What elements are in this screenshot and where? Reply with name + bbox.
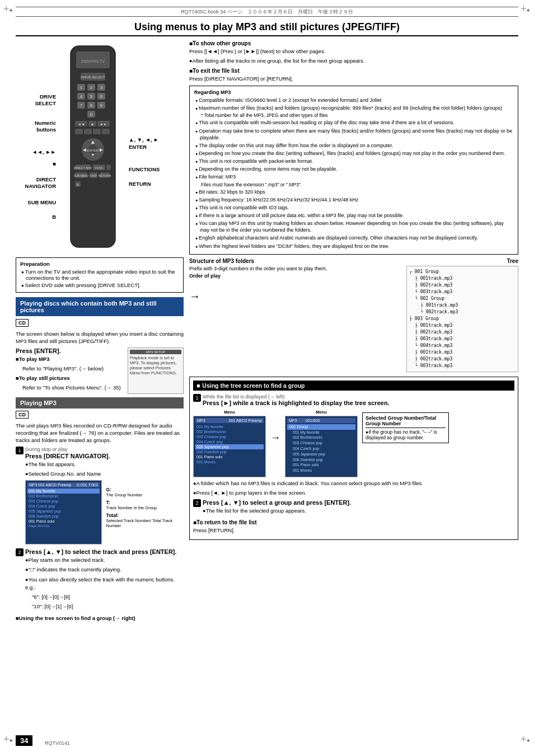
svg-text:DVD/VHS TV: DVD/VHS TV: [81, 59, 105, 63]
ts-r9: 001 Moves: [287, 468, 355, 473]
rb-4: Operation may take time to complete when…: [194, 128, 513, 141]
step1-num: 1: [16, 447, 24, 454]
mp3-structure-text: Structure of MP3 folders Prefix with 3-d…: [189, 258, 402, 372]
ns2-r4: 004 Czech pop: [195, 439, 264, 444]
corner-mark-tl: +: [3, 3, 13, 13]
g-desc: The Group Number: [106, 492, 184, 497]
rb-8: Depending on the recording, some items m…: [194, 166, 513, 172]
corner-mark-br: +: [521, 734, 531, 744]
step2-note-3: "6": [0]→[0]→[6]: [25, 593, 184, 600]
svg-text:RETURN: RETURN: [99, 174, 111, 177]
rb-ext: Files must have the extension ".mp3" or …: [194, 182, 513, 187]
rb-1: Maximum number of files (tracks) and fol…: [194, 105, 513, 111]
to-play-still-title: ■To play still pictures: [16, 374, 124, 382]
ts-r2: 001 My favorite: [287, 430, 355, 435]
svg-rect-32: [84, 129, 92, 134]
screens-arrow: →: [270, 410, 280, 444]
remote-control-image: DVD/VHS TV DRIVE SELECT 1 2 3 4 5: [59, 40, 127, 253]
step2-num: 2: [16, 548, 24, 556]
step2-note-4: "10": [0]→[1]→[0]: [25, 603, 184, 610]
total-desc: Selected Track Number/ Total Track Numbe…: [106, 518, 184, 528]
ts-r3: 002 Brothersonic: [287, 435, 355, 440]
ns-row-4: 004 Czech pop: [27, 504, 100, 509]
using-tree-left: ■Using the tree screen to find a group (…: [16, 614, 184, 622]
return-label: RETURN: [129, 181, 171, 187]
ts-r5: 004 Czech pop: [287, 446, 355, 452]
step2-press: Press [▲, ▼] to select the track and pre…: [25, 548, 184, 555]
corner-mark-tr: +: [521, 3, 531, 13]
ns-row-6: 006 Swedish pop: [27, 514, 100, 519]
step2-note-1: ●"□" indicates the track currently playi…: [25, 566, 184, 574]
svg-text:SUB MENU: SUB MENU: [74, 174, 89, 177]
rb-17: When the highest level folders are "DCIM…: [194, 243, 513, 250]
svg-text:◄: ◄: [82, 147, 87, 153]
svg-text:9: 9: [100, 103, 103, 108]
ns-row-3: 003 Chinese pop: [27, 499, 100, 504]
svg-text:6: 6: [100, 94, 103, 99]
rb-3: This unit is compatible with multi-sessi…: [194, 119, 513, 126]
ns2-r6: 006 Swedish pop: [195, 449, 264, 454]
arrows-label: ◄◄, ►►: [16, 149, 56, 156]
rb-6: Depending on how you create the disc (wr…: [194, 150, 513, 157]
rb-16: English alphabetical characters and Arab…: [194, 234, 513, 241]
to-return-section: ■To return to the file list Press [RETUR…: [193, 519, 514, 534]
playing-discs-content: CD The screen shown below is displayed w…: [16, 319, 184, 394]
regarding-mp3-box: Regarding MP3 Compatible formats: ISO966…: [189, 86, 518, 255]
rb-14: If there is a large amount of still pict…: [194, 212, 513, 219]
step1-note1: ●The file list appears.: [25, 461, 184, 468]
structure-title: Structure of MP3 folders: [189, 258, 402, 264]
svg-text:4: 4: [80, 94, 83, 99]
playing-discs-section-title: Playing discs which contain both MP3 and…: [16, 297, 184, 316]
content-area: DRIVE SELECT Numeric buttons ◄◄, ►► ■ DI…: [16, 40, 518, 740]
step2-row: 2 Press [▲, ▼] to select the track and p…: [16, 548, 184, 613]
tree-note-2: ●Press [◄, ►] to jump layers in the tree…: [193, 489, 514, 497]
using-tree-title-text: Using the tree screen to find a group: [202, 382, 305, 389]
playing-mp3-title: Playing MP3: [16, 397, 184, 408]
to-exit-title: ■To exit the file list: [189, 68, 518, 74]
tree-step1-condition: While the file list is displayed (→ left…: [203, 394, 514, 400]
step1-row: 1 During stop or play Press [DIRECT NAVI…: [16, 447, 184, 547]
svg-rect-31: [75, 129, 83, 134]
to-show-groups: ■To show other groups Press [|◄◄] (Prev.…: [189, 40, 518, 65]
ns-header-2: MP3001 ABCD Preamp: [195, 418, 264, 423]
tree-step2-press: Press [▲, ▼] to select a group and press…: [203, 499, 514, 506]
to-exit-body: Press [DIRECT NAVIGATOR] or [RETURN].: [189, 75, 518, 82]
tree-step2: 2 Press [▲, ▼] to select a group and pre…: [193, 499, 514, 517]
playing-discs-body: The screen shown below is displayed when…: [16, 330, 184, 345]
functions-label: FUNCTIONS: [129, 166, 171, 173]
ns2-r5: 005 Japanese pop: [195, 444, 264, 449]
prep-item-1: Turn on the TV and select the appropriat…: [20, 269, 179, 281]
tree-note-1: ●A folder which has no MP3 files is indi…: [193, 480, 514, 487]
svg-text:7: 7: [80, 103, 83, 108]
t-desc: Track Number in the Group: [106, 505, 184, 510]
svg-text:8: 8: [90, 103, 93, 108]
to-play-still-body: Refer to "To show Pictures Menu". (→ 35): [16, 384, 124, 391]
rb-0: Compatible formats: ISO9660 level 1 or 2…: [194, 97, 513, 104]
svg-rect-34: [102, 129, 110, 134]
svg-text:B: B: [77, 183, 79, 186]
to-exit-file-list: ■To exit the file list Press [DIRECT NAV…: [189, 68, 518, 82]
order-label: Order of play: [189, 273, 402, 279]
svg-text:1: 1: [80, 85, 83, 90]
using-tree-title: ■ Using the tree screen to find a group: [193, 381, 514, 391]
b-label: B: [16, 214, 56, 220]
doc-code: RQTV0141: [45, 740, 70, 746]
nav-screen: MP3 001 ABCD Preamp G:001 T:003 001 My f…: [25, 480, 102, 544]
sub-menu-label: SUB MENU: [16, 199, 56, 206]
svg-rect-33: [93, 129, 101, 134]
ns-header: MP3 001 ABCD Preamp G:001 T:003: [27, 482, 100, 487]
preparation-title: Preparation: [20, 261, 179, 267]
tree-step2-num: 2: [193, 499, 201, 507]
tree-step1: 1 While the file list is displayed (→ le…: [193, 394, 514, 407]
ns2-r3: 003 Chinese pop: [195, 434, 264, 439]
rb-13: This unit is not compatible with ID3 tag…: [194, 204, 513, 211]
selected-group-area: Selected Group Number/Total Group Number…: [362, 410, 449, 445]
sgb-title: Selected Group Number/Total Group Number: [366, 415, 446, 428]
nav-screen-2: MP3001 ABCD Preamp 001 My favorite 002 B…: [193, 416, 266, 477]
svg-text:DIRECT NAV: DIRECT NAV: [74, 166, 92, 170]
svg-text:3: 3: [100, 85, 103, 90]
rb-9: File format: MP3: [194, 173, 513, 180]
left-column: DRIVE SELECT Numeric buttons ◄◄, ►► ■ DI…: [16, 40, 184, 740]
ns-footer: Page 001/010: [27, 524, 100, 528]
using-tree-section: ■ Using the tree screen to find a group …: [189, 377, 518, 540]
